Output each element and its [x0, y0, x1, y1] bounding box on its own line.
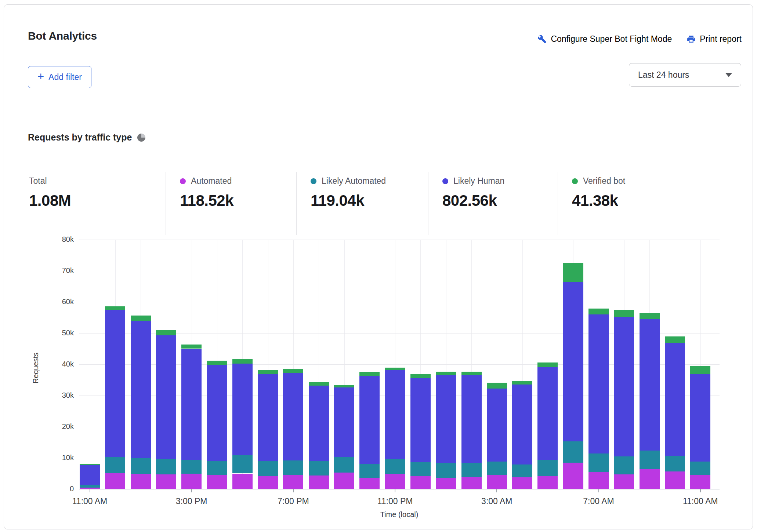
- bar-segment-likely-human[interactable]: [258, 374, 278, 461]
- bar-segment-likely-human[interactable]: [156, 335, 176, 459]
- bar-segment-likely-automated[interactable]: [334, 457, 354, 473]
- bar-segment-verified-bot[interactable]: [410, 374, 431, 378]
- bar-segment-verified-bot[interactable]: [232, 359, 253, 364]
- bar-segment-likely-automated[interactable]: [690, 462, 710, 475]
- bar-segment-automated[interactable]: [156, 474, 176, 489]
- bar-segment-likely-human[interactable]: [283, 373, 303, 460]
- bar-segment-likely-human[interactable]: [665, 343, 685, 456]
- bar-segment-verified-bot[interactable]: [181, 345, 202, 349]
- bar-segment-automated[interactable]: [283, 475, 303, 489]
- bar-segment-likely-automated[interactable]: [410, 462, 431, 476]
- bar-segment-automated[interactable]: [105, 473, 125, 489]
- bar-segment-likely-automated[interactable]: [105, 457, 125, 473]
- bar-segment-verified-bot[interactable]: [436, 372, 456, 375]
- stat-likely-automated[interactable]: Likely Automated119.04k: [296, 172, 428, 235]
- bar-segment-automated[interactable]: [359, 478, 380, 489]
- bar-segment-verified-bot[interactable]: [334, 385, 354, 387]
- bar-segment-likely-human[interactable]: [461, 375, 482, 463]
- bar-segment-likely-human[interactable]: [512, 385, 532, 464]
- bar-segment-automated[interactable]: [588, 472, 609, 489]
- bar-segment-automated[interactable]: [537, 476, 558, 489]
- bar-segment-verified-bot[interactable]: [640, 313, 660, 319]
- bar-segment-verified-bot[interactable]: [461, 372, 482, 375]
- bar-segment-likely-automated[interactable]: [385, 459, 405, 474]
- stat-verified-bot[interactable]: Verified bot41.38k: [558, 172, 690, 235]
- bar-segment-likely-automated[interactable]: [232, 455, 253, 473]
- bar-segment-likely-automated[interactable]: [80, 485, 100, 488]
- bar-segment-likely-automated[interactable]: [665, 456, 685, 472]
- bar-segment-likely-automated[interactable]: [283, 460, 303, 475]
- bar-segment-likely-human[interactable]: [410, 378, 431, 462]
- bar-segment-automated[interactable]: [232, 474, 253, 489]
- bar-segment-verified-bot[interactable]: [614, 310, 634, 317]
- bar-segment-likely-human[interactable]: [80, 465, 100, 485]
- bar-segment-verified-bot[interactable]: [385, 368, 405, 370]
- bar-segment-verified-bot[interactable]: [80, 464, 100, 465]
- bar-segment-verified-bot[interactable]: [588, 309, 609, 314]
- bar-segment-likely-human[interactable]: [131, 321, 151, 458]
- bar-segment-likely-human[interactable]: [207, 365, 227, 461]
- bar-segment-likely-automated[interactable]: [131, 458, 151, 474]
- bar-segment-likely-automated[interactable]: [359, 464, 380, 478]
- bar-segment-verified-bot[interactable]: [537, 362, 558, 367]
- bar-segment-automated[interactable]: [334, 473, 354, 489]
- bar-segment-automated[interactable]: [487, 475, 507, 489]
- bar-segment-likely-automated[interactable]: [207, 461, 227, 475]
- bar-segment-likely-human[interactable]: [436, 375, 456, 463]
- bar-segment-likely-automated[interactable]: [309, 461, 329, 475]
- bar-segment-verified-bot[interactable]: [258, 370, 278, 374]
- stat-automated[interactable]: Automated118.52k: [166, 172, 296, 235]
- bar-segment-likely-automated[interactable]: [436, 463, 456, 478]
- bar-segment-automated[interactable]: [614, 474, 634, 489]
- bar-segment-automated[interactable]: [80, 488, 100, 489]
- bar-segment-likely-automated[interactable]: [588, 453, 609, 472]
- bar-segment-verified-bot[interactable]: [309, 382, 329, 385]
- bar-segment-likely-human[interactable]: [563, 282, 583, 441]
- bar-segment-likely-human[interactable]: [232, 364, 253, 455]
- bar-segment-automated[interactable]: [690, 475, 710, 489]
- bar-segment-likely-automated[interactable]: [512, 464, 532, 477]
- bar-segment-automated[interactable]: [410, 476, 431, 489]
- bar-segment-likely-human[interactable]: [537, 367, 558, 460]
- bar-segment-likely-human[interactable]: [181, 349, 202, 460]
- bar-segment-automated[interactable]: [131, 474, 151, 489]
- bar-segment-likely-automated[interactable]: [487, 462, 507, 475]
- bar-segment-automated[interactable]: [563, 463, 583, 489]
- bar-segment-verified-bot[interactable]: [156, 330, 176, 335]
- bar-segment-likely-automated[interactable]: [461, 463, 482, 477]
- bar-segment-likely-human[interactable]: [614, 317, 634, 456]
- bar-segment-likely-automated[interactable]: [614, 456, 634, 474]
- bar-segment-automated[interactable]: [512, 477, 532, 489]
- bar-segment-likely-human[interactable]: [334, 387, 354, 457]
- bar-segment-verified-bot[interactable]: [131, 316, 151, 321]
- bar-segment-verified-bot[interactable]: [105, 306, 125, 310]
- bar-segment-likely-automated[interactable]: [258, 461, 278, 476]
- bar-segment-automated[interactable]: [436, 478, 456, 489]
- bar-segment-verified-bot[interactable]: [283, 369, 303, 373]
- bar-segment-verified-bot[interactable]: [487, 383, 507, 389]
- stat-likely-human[interactable]: Likely Human802.56k: [428, 172, 558, 235]
- bar-segment-verified-bot[interactable]: [359, 372, 380, 376]
- bar-segment-automated[interactable]: [640, 469, 660, 489]
- bar-segment-automated[interactable]: [181, 474, 202, 489]
- add-filter-button[interactable]: + Add filter: [28, 66, 91, 88]
- bar-segment-likely-automated[interactable]: [537, 460, 558, 476]
- bar-segment-likely-human[interactable]: [105, 310, 125, 457]
- bar-segment-likely-automated[interactable]: [181, 460, 202, 474]
- bar-segment-likely-human[interactable]: [487, 389, 507, 462]
- time-range-dropdown[interactable]: Last 24 hours: [629, 63, 741, 87]
- configure-super-bot-fight-mode-link[interactable]: Configure Super Bot Fight Mode: [537, 34, 672, 44]
- bar-segment-automated[interactable]: [461, 477, 482, 489]
- bar-segment-likely-automated[interactable]: [563, 441, 583, 463]
- bar-segment-verified-bot[interactable]: [512, 381, 532, 385]
- bar-segment-likely-automated[interactable]: [156, 459, 176, 474]
- bar-segment-likely-human[interactable]: [640, 319, 660, 451]
- bar-segment-automated[interactable]: [258, 476, 278, 489]
- bar-segment-automated[interactable]: [309, 475, 329, 489]
- bar-segment-verified-bot[interactable]: [665, 336, 685, 343]
- bar-segment-automated[interactable]: [385, 474, 405, 489]
- bar-segment-likely-human[interactable]: [385, 370, 405, 459]
- bar-segment-automated[interactable]: [665, 471, 685, 489]
- bar-segment-verified-bot[interactable]: [207, 361, 227, 365]
- print-report-link[interactable]: Print report: [687, 34, 742, 44]
